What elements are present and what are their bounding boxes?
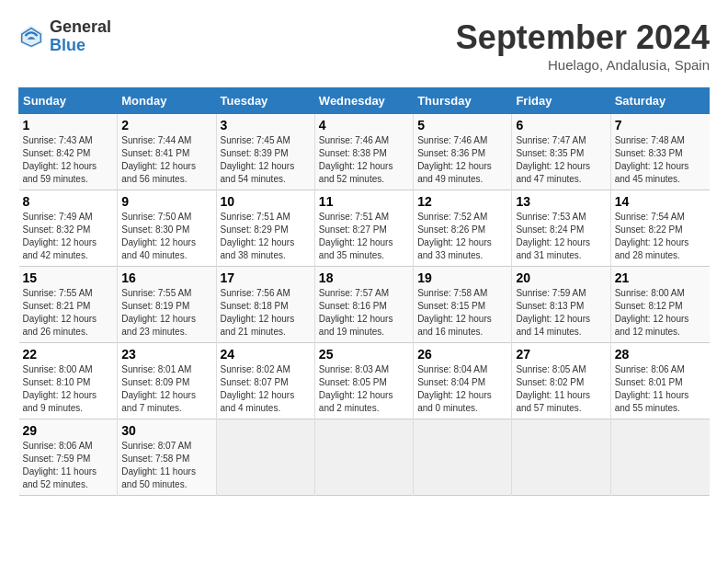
col-friday: Friday [512, 88, 610, 114]
title-block: September 2024 Huelago, Andalusia, Spain [456, 18, 710, 73]
calendar-week-3: 15Sunrise: 7:55 AM Sunset: 8:21 PM Dayli… [19, 267, 710, 343]
day-number: 12 [417, 194, 507, 209]
day-number: 18 [319, 270, 409, 285]
calendar-week-4: 22Sunrise: 8:00 AM Sunset: 8:10 PM Dayli… [19, 343, 710, 419]
month-title: September 2024 [456, 18, 710, 57]
calendar-cell: 5Sunrise: 7:46 AM Sunset: 8:36 PM Daylig… [414, 114, 512, 190]
calendar-cell: 8Sunrise: 7:49 AM Sunset: 8:32 PM Daylig… [19, 190, 118, 267]
day-info: Sunrise: 7:46 AM Sunset: 8:36 PM Dayligh… [417, 135, 492, 184]
calendar-cell: 16Sunrise: 7:55 AM Sunset: 8:19 PM Dayli… [118, 267, 216, 343]
calendar-cell [512, 419, 610, 496]
calendar-cell: 12Sunrise: 7:52 AM Sunset: 8:26 PM Dayli… [414, 190, 512, 267]
day-number: 13 [516, 194, 606, 209]
calendar-cell: 29Sunrise: 8:06 AM Sunset: 7:59 PM Dayli… [19, 419, 118, 496]
calendar-cell: 3Sunrise: 7:45 AM Sunset: 8:39 PM Daylig… [216, 114, 314, 190]
calendar-cell: 6Sunrise: 7:47 AM Sunset: 8:35 PM Daylig… [512, 114, 610, 190]
logo: General Blue [18, 18, 111, 55]
calendar-week-2: 8Sunrise: 7:49 AM Sunset: 8:32 PM Daylig… [19, 190, 710, 267]
page-header: General Blue September 2024 Huelago, And… [18, 18, 710, 73]
day-number: 7 [615, 118, 706, 132]
day-number: 21 [615, 270, 706, 285]
calendar-body: 1Sunrise: 7:43 AM Sunset: 8:42 PM Daylig… [19, 114, 710, 496]
col-saturday: Saturday [610, 88, 709, 114]
day-info: Sunrise: 7:58 AM Sunset: 8:15 PM Dayligh… [417, 288, 492, 337]
day-number: 23 [121, 347, 211, 362]
calendar-cell: 28Sunrise: 8:06 AM Sunset: 8:01 PM Dayli… [610, 343, 709, 419]
day-number: 11 [319, 194, 409, 209]
logo-icon [18, 24, 44, 50]
calendar-table: Sunday Monday Tuesday Wednesday Thursday… [18, 87, 710, 496]
day-info: Sunrise: 8:05 AM Sunset: 8:02 PM Dayligh… [516, 364, 590, 413]
calendar-cell: 4Sunrise: 7:46 AM Sunset: 8:38 PM Daylig… [314, 114, 413, 190]
day-number: 27 [516, 347, 606, 362]
calendar-cell: 22Sunrise: 8:00 AM Sunset: 8:10 PM Dayli… [19, 343, 118, 419]
day-info: Sunrise: 7:55 AM Sunset: 8:21 PM Dayligh… [23, 288, 97, 337]
day-info: Sunrise: 7:55 AM Sunset: 8:19 PM Dayligh… [121, 288, 196, 337]
calendar-cell [414, 419, 512, 496]
col-monday: Monday [118, 88, 216, 114]
calendar-cell: 9Sunrise: 7:50 AM Sunset: 8:30 PM Daylig… [118, 190, 216, 267]
day-info: Sunrise: 7:51 AM Sunset: 8:27 PM Dayligh… [319, 212, 393, 260]
col-tuesday: Tuesday [216, 88, 314, 114]
calendar-cell: 10Sunrise: 7:51 AM Sunset: 8:29 PM Dayli… [216, 190, 314, 267]
day-info: Sunrise: 7:47 AM Sunset: 8:35 PM Dayligh… [516, 135, 590, 184]
day-info: Sunrise: 8:06 AM Sunset: 7:59 PM Dayligh… [23, 441, 97, 489]
day-number: 30 [121, 423, 211, 438]
calendar-week-5: 29Sunrise: 8:06 AM Sunset: 7:59 PM Dayli… [19, 419, 710, 496]
day-number: 16 [121, 270, 211, 285]
day-number: 14 [615, 194, 706, 209]
calendar-cell: 7Sunrise: 7:48 AM Sunset: 8:33 PM Daylig… [610, 114, 709, 190]
day-info: Sunrise: 8:06 AM Sunset: 8:01 PM Dayligh… [615, 364, 689, 413]
calendar-cell: 23Sunrise: 8:01 AM Sunset: 8:09 PM Dayli… [118, 343, 216, 419]
day-info: Sunrise: 8:00 AM Sunset: 8:12 PM Dayligh… [615, 288, 689, 337]
day-info: Sunrise: 8:07 AM Sunset: 7:58 PM Dayligh… [121, 441, 196, 489]
day-info: Sunrise: 7:46 AM Sunset: 8:38 PM Dayligh… [319, 135, 393, 184]
calendar-cell: 27Sunrise: 8:05 AM Sunset: 8:02 PM Dayli… [512, 343, 610, 419]
day-number: 22 [23, 347, 114, 362]
day-number: 28 [615, 347, 706, 362]
calendar-cell: 11Sunrise: 7:51 AM Sunset: 8:27 PM Dayli… [314, 190, 413, 267]
col-sunday: Sunday [19, 88, 118, 114]
day-number: 3 [221, 118, 311, 132]
day-number: 10 [221, 194, 311, 209]
col-thursday: Thursday [414, 88, 512, 114]
day-number: 1 [23, 118, 114, 132]
day-info: Sunrise: 7:52 AM Sunset: 8:26 PM Dayligh… [417, 212, 492, 260]
calendar-cell [610, 419, 709, 496]
logo-blue-text: Blue [50, 37, 111, 55]
day-number: 29 [23, 423, 114, 438]
day-number: 17 [221, 270, 311, 285]
day-info: Sunrise: 7:59 AM Sunset: 8:13 PM Dayligh… [516, 288, 590, 337]
col-wednesday: Wednesday [314, 88, 413, 114]
location-text: Huelago, Andalusia, Spain [456, 57, 710, 73]
calendar-cell: 17Sunrise: 7:56 AM Sunset: 8:18 PM Dayli… [216, 267, 314, 343]
day-info: Sunrise: 7:54 AM Sunset: 8:22 PM Dayligh… [615, 212, 689, 260]
calendar-cell: 15Sunrise: 7:55 AM Sunset: 8:21 PM Dayli… [19, 267, 118, 343]
calendar-cell: 13Sunrise: 7:53 AM Sunset: 8:24 PM Dayli… [512, 190, 610, 267]
day-info: Sunrise: 8:04 AM Sunset: 8:04 PM Dayligh… [417, 364, 492, 413]
day-info: Sunrise: 8:02 AM Sunset: 8:07 PM Dayligh… [221, 364, 295, 413]
day-number: 25 [319, 347, 409, 362]
calendar-cell: 25Sunrise: 8:03 AM Sunset: 8:05 PM Dayli… [314, 343, 413, 419]
calendar-cell: 24Sunrise: 8:02 AM Sunset: 8:07 PM Dayli… [216, 343, 314, 419]
day-info: Sunrise: 8:00 AM Sunset: 8:10 PM Dayligh… [23, 364, 97, 413]
calendar-cell: 20Sunrise: 7:59 AM Sunset: 8:13 PM Dayli… [512, 267, 610, 343]
calendar-cell: 21Sunrise: 8:00 AM Sunset: 8:12 PM Dayli… [610, 267, 709, 343]
day-info: Sunrise: 7:44 AM Sunset: 8:41 PM Dayligh… [121, 135, 196, 184]
day-number: 9 [121, 194, 211, 209]
calendar-cell [216, 419, 314, 496]
day-number: 20 [516, 270, 606, 285]
day-number: 4 [319, 118, 409, 132]
day-number: 8 [23, 194, 114, 209]
day-info: Sunrise: 7:51 AM Sunset: 8:29 PM Dayligh… [221, 212, 295, 260]
day-info: Sunrise: 7:50 AM Sunset: 8:30 PM Dayligh… [121, 212, 196, 260]
day-number: 2 [121, 118, 211, 132]
day-number: 5 [417, 118, 507, 132]
calendar-cell: 18Sunrise: 7:57 AM Sunset: 8:16 PM Dayli… [314, 267, 413, 343]
day-info: Sunrise: 8:03 AM Sunset: 8:05 PM Dayligh… [319, 364, 393, 413]
calendar-cell: 2Sunrise: 7:44 AM Sunset: 8:41 PM Daylig… [118, 114, 216, 190]
calendar-cell [314, 419, 413, 496]
calendar-cell: 1Sunrise: 7:43 AM Sunset: 8:42 PM Daylig… [19, 114, 118, 190]
calendar-cell: 19Sunrise: 7:58 AM Sunset: 8:15 PM Dayli… [414, 267, 512, 343]
day-number: 24 [221, 347, 311, 362]
